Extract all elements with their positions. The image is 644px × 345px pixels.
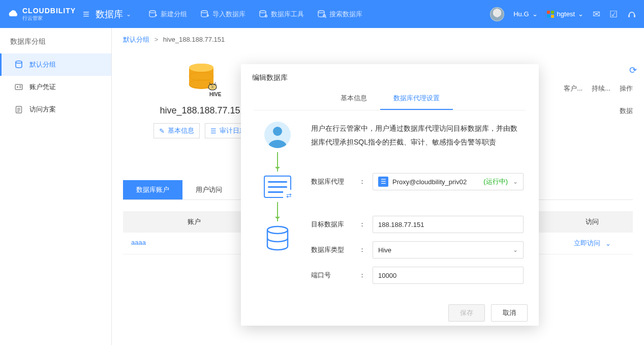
modal-footer: 保存 取消 xyxy=(241,297,539,332)
flow-diagram: ⇄ xyxy=(256,122,299,292)
proxy-value: Proxy@cloudbility_priv02 xyxy=(392,178,467,186)
port-input[interactable]: 10000 xyxy=(373,267,524,284)
type-value: Hive xyxy=(378,246,391,254)
proxy-icon: ⇄ xyxy=(264,176,291,198)
proxy-select[interactable]: ☰ Proxy@cloudbility_priv02 (运行中) ⌄ xyxy=(373,173,524,190)
user-icon xyxy=(264,122,291,148)
modal-body: ⇄ 用户在行云管家中，用户通过数据库代理访问目标数据库，并由数据库代理承担SQL… xyxy=(241,110,539,297)
field-port: 端口号： 10000 xyxy=(311,267,524,284)
transfer-icon: ⇄ xyxy=(283,190,294,201)
target-input[interactable]: 188.188.77.151 xyxy=(373,216,524,233)
database-icon xyxy=(265,225,290,253)
edit-db-modal: 编辑数据库 基本信息 数据库代理设置 ⇄ 用户在行云管家中，用户通过数据库代理访… xyxy=(241,64,539,326)
proxy-description: 用户在行云管家中，用户通过数据库代理访问目标数据库，并由数据库代理承担SQL指令… xyxy=(311,122,524,149)
proxy-badge-icon: ☰ xyxy=(378,177,388,187)
label-type: 数据库类型 xyxy=(311,245,355,254)
label-proxy: 数据库代理 xyxy=(311,177,355,186)
svg-point-18 xyxy=(267,226,288,234)
chevron-down-icon: ⌄ xyxy=(513,246,518,253)
proxy-status: (运行中) xyxy=(483,177,508,186)
mtab-basic[interactable]: 基本信息 xyxy=(327,88,380,110)
target-value: 188.188.77.151 xyxy=(378,221,424,228)
label-target: 目标数据库 xyxy=(311,220,355,229)
modal-fields: 用户在行云管家中，用户通过数据库代理访问目标数据库，并由数据库代理承担SQL指令… xyxy=(311,122,524,292)
arrow-down-icon xyxy=(277,202,278,221)
type-select[interactable]: Hive ⌄ xyxy=(373,241,524,258)
label-port: 端口号 xyxy=(311,271,355,280)
save-button[interactable]: 保存 xyxy=(448,304,485,322)
field-type: 数据库类型： Hive ⌄ xyxy=(311,241,524,258)
mtab-proxy[interactable]: 数据库代理设置 xyxy=(380,88,453,110)
port-value: 10000 xyxy=(378,272,396,279)
modal-tabs: 基本信息 数据库代理设置 xyxy=(254,88,526,110)
field-target: 目标数据库： 188.188.77.151 xyxy=(311,216,524,233)
field-proxy: 数据库代理： ☰ Proxy@cloudbility_priv02 (运行中) … xyxy=(311,173,524,190)
modal-title: 编辑数据库 xyxy=(241,64,539,88)
cancel-button[interactable]: 取消 xyxy=(491,304,528,322)
arrow-down-icon xyxy=(277,152,278,171)
chevron-down-icon: ⌄ xyxy=(513,178,518,185)
